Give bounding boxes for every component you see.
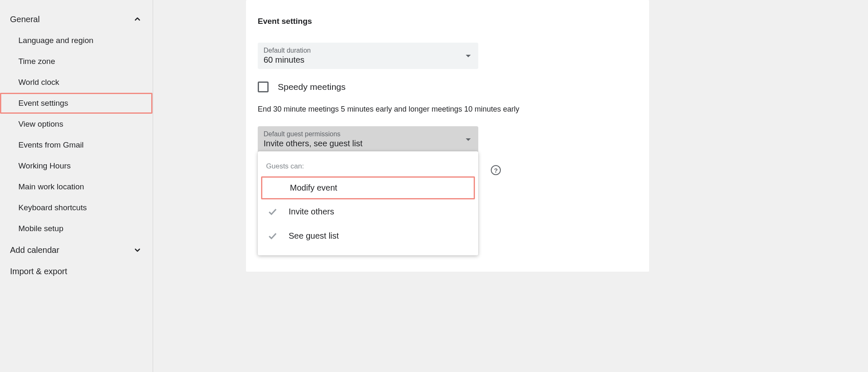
sidebar-section-label: Add calendar [10, 245, 59, 255]
check-icon [267, 206, 278, 217]
sidebar-section-add-calendar[interactable]: Add calendar [0, 239, 152, 261]
sidebar-item-working-hours[interactable]: Working Hours [0, 155, 152, 176]
select-value: Invite others, see guest list [264, 139, 363, 148]
sidebar-item-view-options[interactable]: View options [0, 114, 152, 135]
settings-sidebar: General Language and region Time zone Wo… [0, 0, 153, 372]
card-title: Event settings [246, 13, 649, 43]
sidebar-item-mobile-setup[interactable]: Mobile setup [0, 218, 152, 239]
sidebar-item-event-settings[interactable]: Event settings [0, 93, 152, 114]
event-settings-card: Event settings Default duration 60 minut… [246, 0, 649, 272]
main-content: Event settings Default duration 60 minut… [162, 0, 868, 372]
sidebar-item-main-work-location[interactable]: Main work location [0, 176, 152, 197]
sidebar-item-label: Events from Gmail [18, 140, 84, 149]
dropdown-triangle-icon [466, 138, 471, 141]
dropdown-option-label: Modify event [267, 183, 469, 193]
dropdown-triangle-icon [466, 55, 471, 57]
sidebar-item-label: Event settings [18, 99, 68, 107]
sidebar-item-time-zone[interactable]: Time zone [0, 51, 152, 72]
sidebar-item-label: Time zone [18, 57, 55, 66]
dropdown-heading: Guests can: [258, 159, 478, 176]
sidebar-item-language-region[interactable]: Language and region [0, 30, 152, 51]
dropdown-option-modify-event[interactable]: Modify event [261, 176, 475, 199]
dropdown-option-see-guest-list[interactable]: See guest list [258, 224, 478, 248]
sidebar-item-label: World clock [18, 78, 59, 87]
sidebar-item-label: Mobile setup [18, 224, 63, 233]
speedy-meetings-description: End 30 minute meetings 5 minutes early a… [246, 101, 649, 126]
speedy-meetings-row: Speedy meetings [246, 69, 649, 101]
select-label: Default guest permissions [264, 130, 363, 138]
dropdown-option-label: See guest list [289, 231, 470, 241]
sidebar-item-label: Language and region [18, 36, 94, 45]
speedy-meetings-label: Speedy meetings [278, 82, 345, 92]
sidebar-item-world-clock[interactable]: World clock [0, 72, 152, 93]
sidebar-section-general[interactable]: General [0, 8, 152, 30]
sidebar-item-keyboard-shortcuts[interactable]: Keyboard shortcuts [0, 197, 152, 218]
sidebar-section-label: General [10, 15, 40, 24]
guest-permissions-select[interactable]: Default guest permissions Invite others,… [258, 126, 478, 153]
sidebar-section-label: Import & export [10, 267, 67, 276]
help-icon[interactable]: ? [491, 165, 501, 175]
select-label: Default duration [264, 47, 311, 54]
column-divider [153, 0, 162, 372]
chevron-down-icon [132, 245, 142, 255]
sidebar-item-label: Working Hours [18, 161, 71, 170]
sidebar-item-label: View options [18, 120, 63, 128]
chevron-up-icon [132, 14, 142, 24]
default-duration-select[interactable]: Default duration 60 minutes [258, 43, 478, 69]
sidebar-item-events-from-gmail[interactable]: Events from Gmail [0, 135, 152, 155]
select-value: 60 minutes [264, 55, 311, 65]
guest-permissions-dropdown: Guests can: Modify event Invite others S… [258, 151, 478, 255]
check-icon [267, 230, 278, 241]
dropdown-option-invite-others[interactable]: Invite others [258, 199, 478, 224]
sidebar-item-label: Main work location [18, 182, 84, 191]
dropdown-option-label: Invite others [289, 207, 470, 217]
sidebar-section-import-export[interactable]: Import & export [0, 261, 152, 282]
sidebar-item-label: Keyboard shortcuts [18, 203, 87, 212]
speedy-meetings-checkbox[interactable] [258, 82, 269, 92]
